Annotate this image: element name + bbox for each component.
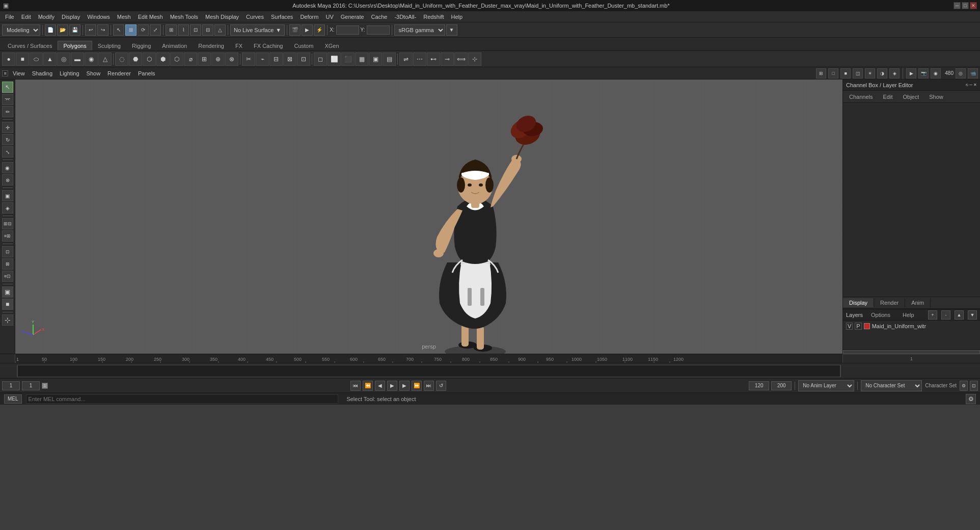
open-file-button[interactable]: 📂 [57,24,68,36]
scale-tool-button[interactable]: ⤡ [2,146,13,157]
shelf-uv3[interactable]: ⬛ [341,52,355,66]
scale-button[interactable]: ⤢ [150,24,161,36]
view-btn-camera[interactable]: 📹 [968,68,978,78]
shelf-uv4[interactable]: ▦ [355,52,368,66]
shelf-offset[interactable]: ⊠ [283,52,296,66]
color-space-dropdown[interactable]: sRGB gamma [394,24,445,36]
menu-curves[interactable]: Curves [243,13,267,21]
menu-surfaces[interactable]: Surfaces [268,13,296,21]
shelf-uv2[interactable]: ⬜ [328,52,341,66]
rp-tab-show[interactable]: Show [925,93,947,101]
tab-sculpting[interactable]: Sculpting [92,41,126,50]
tab-fx[interactable]: FX [230,41,248,50]
rp-close-button[interactable]: ✕ [973,83,977,87]
transform-button[interactable]: ⊞ [125,24,137,36]
shelf-uv6[interactable]: ▤ [383,52,396,66]
shelf-paint[interactable]: ⊹ [468,52,481,66]
timeline-track[interactable] [17,365,840,377]
menu-modify[interactable]: Modify [35,13,58,21]
shelf-cut1[interactable]: ✂ [242,52,255,66]
menu-help[interactable]: Help [448,13,466,21]
shelf-extrude[interactable]: ⬡ [170,52,183,66]
layer-new-button[interactable]: + [928,310,937,320]
end-frame-input1[interactable] [749,381,769,390]
shelf-cone[interactable]: ▲ [43,52,57,66]
menu-mesh[interactable]: Mesh [114,13,134,21]
cluster-button[interactable]: ⊗ [2,174,13,186]
shelf-mirror[interactable]: ⇌ [399,52,413,66]
rp-tab-channels[interactable]: Channels [845,93,877,101]
breakdown-button[interactable]: ⊠ [2,258,13,270]
menu-mesh-display[interactable]: Mesh Display [202,13,242,21]
rpb-tab-render[interactable]: Render [874,298,905,307]
snap-curve-button[interactable]: ⌇ [178,24,189,36]
redo-button[interactable]: ↪ [97,24,108,36]
next-frame-button[interactable]: ▶ [399,381,410,391]
view-btn-shadow[interactable]: ◑ [877,68,887,78]
shelf-target-weld[interactable]: ⊸ [441,52,454,66]
view-menu[interactable]: View [10,70,28,77]
maximize-button[interactable]: □ [962,2,969,9]
snap-view-button[interactable]: ⊟ [202,24,213,36]
shelf-bridge[interactable]: ⬡ [143,52,156,66]
go-end-button[interactable]: ⏭ [424,381,434,391]
show-manip-button[interactable]: ⊞⊟ [2,218,13,229]
tab-animation[interactable]: Animation [156,41,193,50]
shelf-torus[interactable]: ◎ [57,52,70,66]
ruler-track[interactable]: 1 50 100 150 200 250 300 350 400 450 500… [15,354,842,363]
shelf-cylinder[interactable]: ⬭ [30,52,43,66]
tab-custom[interactable]: Custom [289,41,319,50]
view-btn-grid[interactable]: ⊞ [816,68,826,78]
tab-fx-caching[interactable]: FX Caching [248,41,288,50]
move-tool-button[interactable]: ✛ [2,122,13,133]
layer-color-indicator[interactable] [864,323,870,329]
close-button[interactable]: ✕ [970,2,977,9]
keyframe-button[interactable]: ⊡ [2,246,13,257]
right-panel-scrollbar[interactable] [843,350,980,354]
menu-deform[interactable]: Deform [297,13,321,21]
no-live-surface-dropdown[interactable]: No Live Surface ▼ [230,24,285,36]
layer-p-label[interactable]: P [855,323,861,330]
menu-windows[interactable]: Windows [84,13,113,21]
play-button[interactable]: ▶ [387,381,397,391]
soft-mod-button[interactable]: ◉ [2,162,13,173]
view-btn-smooth[interactable]: ■ [840,68,851,78]
view-btn-wireframe[interactable]: □ [828,68,838,78]
layer-options-btn[interactable]: Options [867,311,894,319]
show-menu[interactable]: Show [84,70,103,77]
mode-dropdown[interactable]: Modeling [2,24,40,36]
select-mode-button[interactable]: ↖ [113,24,124,36]
shelf-prism[interactable]: △ [98,52,112,66]
shelf-plane[interactable]: ▬ [71,52,84,66]
color-button[interactable]: ■ [2,299,13,310]
timeline[interactable] [0,363,980,378]
shading-menu[interactable]: Shading [30,70,55,77]
menu-file[interactable]: File [2,13,17,21]
view-btn-snapshot[interactable]: 📷 [918,68,929,78]
shelf-bevel[interactable]: ⬣ [129,52,142,66]
shelf-separate[interactable]: ⊞ [198,52,211,66]
rotate-button[interactable]: ⟳ [138,24,149,36]
rp-undock-button[interactable]: ⎋ [966,83,968,87]
view-btn-lighting[interactable]: ☀ [865,68,875,78]
shelf-symmetry[interactable]: ⟺ [454,52,468,66]
ipr-button[interactable]: ⚡ [314,24,325,36]
anim-layer-dropdown[interactable]: No Anim Layer [798,380,854,391]
prev-key-button[interactable]: ⏪ [363,381,373,391]
rotate-tool-button[interactable]: ↻ [2,134,13,145]
viewport[interactable]: X Y Z persp [15,80,842,354]
view-btn-isolate[interactable]: ◎ [956,68,966,78]
shelf-insert-loop[interactable]: ⊟ [269,52,283,66]
shelf-uv5[interactable]: ▣ [369,52,382,66]
rp-minimize-button[interactable]: ─ [969,83,972,87]
end-frame-input2[interactable] [771,381,792,390]
command-line-input[interactable] [26,394,339,404]
layer-name[interactable]: Maid_in_Uniform_witr [872,323,977,329]
menu-cache[interactable]: Cache [368,13,391,21]
snap-grid-button[interactable]: ⊞ [166,24,177,36]
shelf-uv1[interactable]: ◻ [314,52,327,66]
menu-mesh-tools[interactable]: Mesh Tools [167,13,201,21]
menu-uv[interactable]: UV [322,13,336,21]
shelf-slide[interactable]: ⊷ [427,52,440,66]
loop-button[interactable]: ↺ [436,381,446,391]
